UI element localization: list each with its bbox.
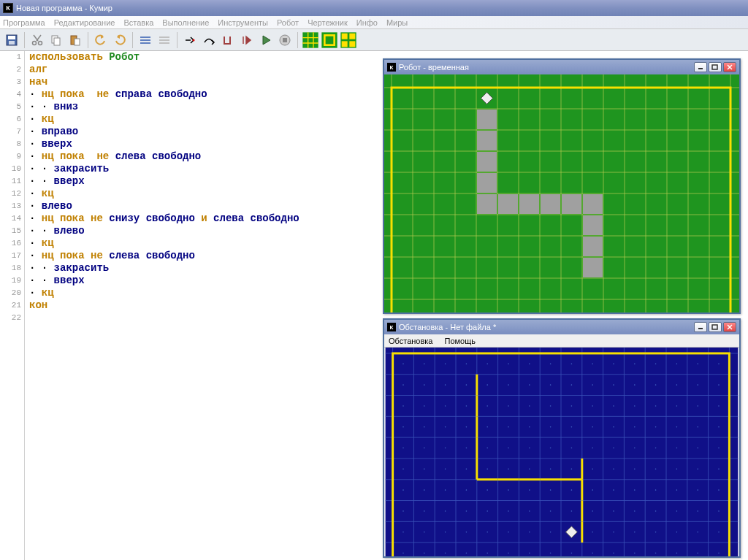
svg-point-173 bbox=[508, 448, 509, 449]
menu-item[interactable]: Инфо bbox=[356, 18, 378, 27]
robot-titlebar[interactable]: К Робот - временная bbox=[384, 60, 739, 74]
svg-point-205 bbox=[508, 489, 509, 491]
svg-point-197 bbox=[676, 469, 678, 470]
paste-button[interactable] bbox=[66, 31, 84, 49]
line-button[interactable] bbox=[137, 31, 154, 49]
svg-point-237 bbox=[508, 532, 509, 533]
environment-titlebar[interactable]: К Обстановка - Нет файла * bbox=[384, 320, 739, 334]
step-in-button[interactable] bbox=[181, 31, 199, 49]
svg-point-175 bbox=[550, 448, 552, 449]
minimize-button[interactable] bbox=[694, 322, 707, 332]
run-button[interactable] bbox=[257, 31, 275, 49]
svg-point-245 bbox=[676, 532, 678, 533]
menu-item[interactable]: Выполнение bbox=[162, 18, 209, 27]
maximize-button[interactable] bbox=[709, 62, 722, 72]
menu-item[interactable]: Миры bbox=[386, 18, 408, 27]
svg-point-107 bbox=[466, 364, 468, 365]
svg-point-186 bbox=[445, 469, 446, 470]
svg-point-191 bbox=[550, 469, 552, 470]
menu-item[interactable]: Робот bbox=[277, 18, 299, 27]
environment-window[interactable]: К Обстановка - Нет файла * Обстановка По… bbox=[383, 318, 741, 558]
code-editor[interactable]: 12345678910111213141516171819202122 испо… bbox=[0, 51, 380, 560]
svg-rect-66 bbox=[562, 194, 581, 214]
svg-point-207 bbox=[550, 489, 552, 491]
svg-point-3 bbox=[33, 41, 37, 45]
svg-point-208 bbox=[571, 489, 573, 491]
svg-point-193 bbox=[592, 469, 593, 470]
svg-point-217 bbox=[424, 510, 425, 512]
undo-button[interactable] bbox=[92, 31, 110, 49]
step-over-button[interactable] bbox=[200, 31, 218, 49]
svg-rect-75 bbox=[386, 348, 739, 556]
workspace: 12345678910111213141516171819202122 испо… bbox=[0, 51, 748, 560]
svg-point-194 bbox=[613, 469, 614, 470]
svg-point-201 bbox=[424, 489, 425, 491]
svg-point-157 bbox=[508, 426, 509, 428]
save-button[interactable] bbox=[3, 31, 20, 49]
svg-point-139 bbox=[466, 405, 468, 407]
svg-point-161 bbox=[592, 426, 593, 428]
copy-button[interactable] bbox=[47, 31, 65, 49]
menu-item[interactable]: Инструменты bbox=[218, 18, 268, 27]
svg-point-243 bbox=[634, 532, 636, 533]
maximize-button[interactable] bbox=[709, 322, 722, 332]
svg-point-235 bbox=[466, 532, 468, 533]
close-button[interactable] bbox=[723, 62, 736, 72]
svg-point-168 bbox=[402, 448, 404, 449]
svg-rect-9 bbox=[140, 37, 150, 38]
svg-point-219 bbox=[466, 510, 468, 512]
menu-item[interactable]: Редактирование bbox=[54, 18, 115, 27]
redo-button[interactable] bbox=[111, 31, 129, 49]
svg-point-247 bbox=[718, 532, 720, 533]
world-edit-button[interactable] bbox=[340, 31, 357, 49]
svg-point-209 bbox=[592, 489, 593, 491]
svg-point-130 bbox=[613, 384, 614, 386]
svg-point-169 bbox=[424, 448, 425, 449]
cut-button[interactable] bbox=[28, 31, 46, 49]
svg-point-111 bbox=[550, 364, 552, 365]
svg-rect-58 bbox=[477, 110, 497, 129]
code-area[interactable]: использовать Роботалгнач· нц пока не спр… bbox=[29, 51, 380, 560]
svg-point-203 bbox=[466, 489, 468, 491]
svg-point-125 bbox=[508, 384, 509, 386]
svg-point-165 bbox=[676, 426, 678, 428]
svg-rect-62 bbox=[477, 194, 497, 214]
svg-point-115 bbox=[634, 364, 636, 365]
world-grid-button[interactable] bbox=[302, 31, 319, 49]
svg-point-163 bbox=[634, 426, 636, 428]
svg-point-257 bbox=[592, 553, 593, 554]
svg-rect-74 bbox=[712, 325, 717, 329]
svg-point-166 bbox=[697, 426, 698, 428]
menu-item[interactable]: Обстановка bbox=[389, 337, 432, 345]
menu-item[interactable]: Помощь bbox=[444, 337, 476, 345]
minimize-button[interactable] bbox=[694, 62, 707, 72]
robot-title: Робот - временная bbox=[399, 63, 469, 72]
menu-item[interactable]: Чертежник bbox=[308, 18, 348, 27]
environment-grid[interactable] bbox=[384, 348, 739, 556]
svg-point-138 bbox=[445, 405, 446, 407]
close-button[interactable] bbox=[723, 322, 736, 332]
svg-point-251 bbox=[466, 553, 468, 554]
environment-canvas-area[interactable] bbox=[384, 348, 739, 556]
svg-point-261 bbox=[676, 553, 678, 554]
svg-point-227 bbox=[634, 510, 636, 512]
menu-item[interactable]: Вставка bbox=[123, 18, 153, 27]
svg-point-223 bbox=[550, 510, 552, 512]
svg-point-233 bbox=[424, 532, 425, 533]
comment-button[interactable] bbox=[156, 31, 173, 49]
run-to-button[interactable] bbox=[219, 31, 237, 49]
svg-point-116 bbox=[655, 364, 657, 365]
stop-button[interactable] bbox=[276, 31, 294, 49]
svg-point-214 bbox=[697, 489, 698, 491]
svg-point-210 bbox=[613, 489, 614, 491]
robot-canvas-area[interactable] bbox=[384, 74, 739, 312]
svg-point-176 bbox=[571, 448, 573, 449]
run-step-button[interactable] bbox=[238, 31, 256, 49]
line-gutter: 12345678910111213141516171819202122 bbox=[0, 51, 25, 560]
menu-item[interactable]: Программа bbox=[3, 18, 45, 27]
robot-window[interactable]: К Робот - временная bbox=[383, 58, 741, 314]
svg-point-135 bbox=[718, 384, 720, 386]
robot-grid[interactable] bbox=[384, 74, 739, 312]
world-bounds-button[interactable] bbox=[321, 31, 338, 49]
svg-point-248 bbox=[402, 553, 404, 554]
